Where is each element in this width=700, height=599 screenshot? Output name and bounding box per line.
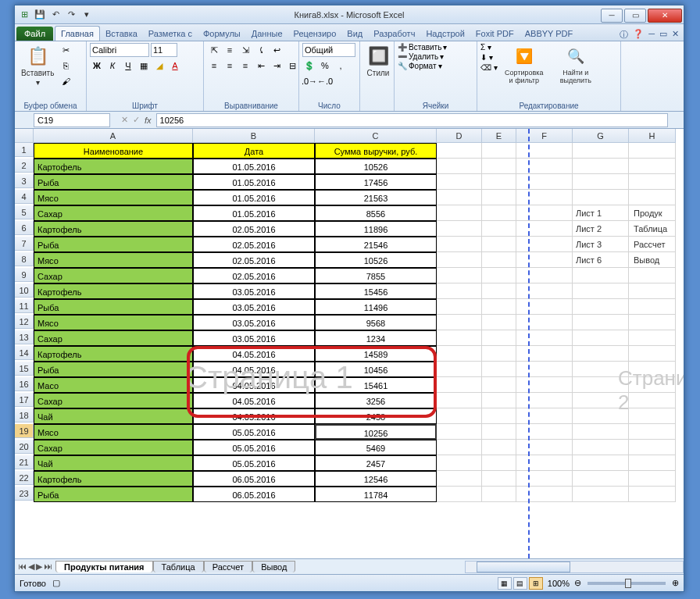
empty-cell[interactable] bbox=[629, 283, 676, 299]
cell-name[interactable]: Чай bbox=[34, 455, 193, 471]
save-icon[interactable]: 💾 bbox=[34, 9, 46, 21]
row-header-12[interactable]: 12 bbox=[15, 315, 34, 329]
empty-cell[interactable] bbox=[437, 471, 482, 487]
empty-cell[interactable] bbox=[629, 299, 676, 315]
view-pagebreak-icon[interactable]: ⊞ bbox=[529, 577, 543, 590]
align-bottom-icon[interactable]: ⇲ bbox=[238, 43, 252, 57]
empty-cell[interactable] bbox=[629, 455, 676, 471]
row-header-3[interactable]: 3 bbox=[15, 174, 34, 188]
minimize-button[interactable]: ─ bbox=[601, 9, 623, 23]
empty-cell[interactable] bbox=[437, 330, 482, 346]
font-color-icon[interactable]: A bbox=[168, 59, 182, 73]
empty-cell[interactable] bbox=[437, 174, 482, 190]
row-header-16[interactable]: 16 bbox=[15, 377, 34, 391]
tab-foxit[interactable]: Foxit PDF bbox=[470, 27, 520, 41]
cell-value[interactable]: 2457 bbox=[315, 455, 437, 471]
cell-value[interactable]: 10526 bbox=[315, 159, 437, 174]
empty-cell[interactable] bbox=[437, 362, 482, 377]
autosum-icon[interactable]: Σ ▾ bbox=[480, 43, 498, 52]
row-header-21[interactable]: 21 bbox=[15, 455, 34, 469]
empty-cell[interactable] bbox=[573, 330, 629, 346]
empty-cell[interactable] bbox=[629, 346, 676, 362]
font-name-combo[interactable]: Calibri bbox=[90, 43, 149, 57]
empty-cell[interactable] bbox=[437, 252, 482, 268]
cancel-icon[interactable]: ✕ bbox=[121, 115, 128, 125]
find-select-button[interactable]: 🔍 Найти и выделить bbox=[551, 43, 601, 86]
align-center-icon[interactable]: ≡ bbox=[223, 59, 237, 73]
empty-cell[interactable] bbox=[482, 393, 516, 408]
format-painter-icon[interactable]: 🖌 bbox=[59, 74, 73, 88]
row-header-7[interactable]: 7 bbox=[15, 237, 34, 251]
row-header-17[interactable]: 17 bbox=[15, 393, 34, 407]
empty-cell[interactable] bbox=[516, 487, 573, 502]
empty-cell[interactable] bbox=[573, 471, 629, 487]
cell-name[interactable]: Чай bbox=[34, 408, 193, 424]
cell-date[interactable]: 03.05.2016 bbox=[193, 330, 315, 346]
empty-cell[interactable] bbox=[629, 362, 676, 377]
side-col-b[interactable]: Таблица bbox=[634, 221, 667, 237]
cells-format[interactable]: 🔧Формат ▾ bbox=[398, 62, 442, 70]
empty-cell[interactable] bbox=[482, 205, 516, 221]
view-pagelayout-icon[interactable]: ▤ bbox=[513, 577, 527, 590]
empty-cell[interactable] bbox=[516, 174, 573, 190]
cell-name[interactable]: Рыба bbox=[34, 237, 193, 252]
empty-cell[interactable] bbox=[573, 487, 629, 502]
row-header-13[interactable]: 13 bbox=[15, 330, 34, 344]
empty-cell[interactable] bbox=[629, 268, 676, 283]
col-header-C[interactable]: C bbox=[315, 129, 437, 143]
cell-value[interactable]: 7855 bbox=[315, 268, 437, 283]
cell-name[interactable]: Рыба bbox=[34, 174, 193, 190]
cell-date[interactable]: 03.05.2016 bbox=[193, 283, 315, 299]
row-header-20[interactable]: 20 bbox=[15, 440, 34, 454]
fill-icon[interactable]: ⬇ ▾ bbox=[480, 53, 498, 62]
cell-name[interactable]: Картофель bbox=[34, 283, 193, 299]
empty-cell[interactable] bbox=[516, 205, 573, 221]
row-header-9[interactable]: 9 bbox=[15, 268, 34, 282]
side-col-a[interactable]: Лист 3 bbox=[576, 237, 612, 252]
empty-cell[interactable] bbox=[482, 330, 516, 346]
cells-insert[interactable]: ➕Вставить ▾ bbox=[398, 43, 447, 52]
undo-icon[interactable]: ↶ bbox=[49, 9, 62, 21]
cell-name[interactable]: Масо bbox=[34, 377, 193, 393]
sort-filter-button[interactable]: 🔽 Сортировка и фильтр bbox=[499, 43, 549, 86]
doc-min-icon[interactable]: ─ bbox=[648, 29, 655, 41]
name-box[interactable]: C19 bbox=[34, 113, 110, 127]
number-format-combo[interactable]: Общий bbox=[302, 43, 355, 57]
cell-value[interactable]: 14589 bbox=[315, 346, 437, 362]
cells-delete[interactable]: ➖Удалить ▾ bbox=[398, 52, 444, 61]
tab-pagelayout[interactable]: Разметка с bbox=[143, 27, 198, 41]
dec-decimal-icon[interactable]: ←.0 bbox=[318, 74, 332, 88]
cell-value[interactable]: 17456 bbox=[315, 174, 437, 190]
tab-addins[interactable]: Надстрой bbox=[420, 27, 470, 41]
side-col-a[interactable]: Лист 6 bbox=[576, 252, 612, 268]
zoom-in-icon[interactable]: ⊕ bbox=[672, 578, 679, 588]
sheet-tab-2[interactable]: Рассчет bbox=[204, 561, 253, 572]
cell-value[interactable]: 11784 bbox=[315, 487, 437, 502]
tab-home[interactable]: Главная bbox=[55, 26, 100, 41]
indent-dec-icon[interactable]: ⇤ bbox=[254, 59, 268, 73]
fx-icon[interactable]: fx bbox=[145, 116, 152, 125]
col-header-B[interactable]: B bbox=[193, 129, 315, 143]
cell-date[interactable]: 03.05.2016 bbox=[193, 315, 315, 330]
empty-cell[interactable] bbox=[573, 346, 629, 362]
empty-cell[interactable] bbox=[629, 408, 676, 424]
cut-icon[interactable]: ✂ bbox=[59, 43, 73, 57]
empty-cell[interactable] bbox=[516, 471, 573, 487]
side-col-b[interactable]: Вывод bbox=[634, 252, 659, 268]
empty-cell[interactable] bbox=[629, 190, 676, 205]
empty-cell[interactable] bbox=[516, 283, 573, 299]
col-header-H[interactable]: H bbox=[629, 129, 676, 143]
side-col-a[interactable]: Лист 1 bbox=[576, 205, 612, 221]
underline-icon[interactable]: Ч bbox=[121, 59, 135, 73]
empty-cell[interactable] bbox=[482, 268, 516, 283]
cell-date[interactable]: 02.05.2016 bbox=[193, 268, 315, 283]
empty-cell[interactable] bbox=[573, 455, 629, 471]
empty-cell[interactable] bbox=[482, 174, 516, 190]
row-header-15[interactable]: 15 bbox=[15, 362, 34, 376]
zoom-thumb[interactable] bbox=[625, 579, 631, 588]
row-header-2[interactable]: 2 bbox=[15, 159, 34, 173]
copy-icon[interactable]: ⎘ bbox=[59, 59, 73, 73]
tab-view[interactable]: Вид bbox=[341, 27, 368, 41]
empty-cell[interactable] bbox=[516, 299, 573, 315]
cell-value[interactable]: 8556 bbox=[315, 205, 437, 221]
